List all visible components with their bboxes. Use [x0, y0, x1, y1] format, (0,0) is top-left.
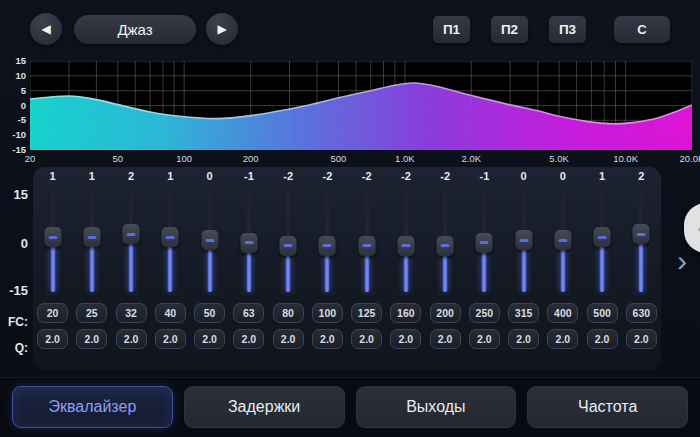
band-gain-slider[interactable]: [190, 185, 229, 295]
x-axis-tick-label: 10.0K: [613, 153, 638, 164]
fc-button[interactable]: 40: [155, 303, 186, 323]
x-axis-tick-label: 200: [243, 153, 259, 164]
band-gain-slider[interactable]: [151, 185, 190, 295]
gain-scale-min-label: -15: [2, 283, 28, 298]
slider-fill: [364, 255, 369, 292]
next-bands-button[interactable]: ›: [669, 244, 695, 278]
band-column-80: -2802.0: [269, 167, 308, 349]
preset-selector[interactable]: Джаз: [74, 15, 196, 44]
q-button[interactable]: 2.0: [194, 329, 225, 349]
tab-выходы[interactable]: Выходы: [356, 386, 517, 428]
right-arrow-icon: ▶: [217, 22, 226, 36]
fc-button[interactable]: 63: [233, 303, 264, 323]
band-gain-slider[interactable]: [347, 185, 386, 295]
tab-частота[interactable]: Частота: [527, 386, 688, 428]
band-gain-slider[interactable]: [229, 185, 268, 295]
q-button[interactable]: 2.0: [508, 329, 539, 349]
band-gain-value: -2: [362, 167, 372, 185]
slider-thumb[interactable]: [240, 233, 257, 253]
fc-button[interactable]: 250: [469, 303, 500, 323]
band-gain-value: 0: [560, 167, 566, 185]
band-gain-slider[interactable]: [583, 185, 622, 295]
fc-button[interactable]: 200: [430, 303, 461, 323]
fc-button[interactable]: 50: [194, 303, 225, 323]
q-button[interactable]: 2.0: [233, 329, 264, 349]
band-gain-value: -2: [283, 167, 293, 185]
fc-button[interactable]: 25: [76, 303, 107, 323]
slider-thumb-mark: [637, 233, 646, 236]
band-gain-value: 1: [599, 167, 605, 185]
slider-thumb[interactable]: [554, 230, 571, 250]
q-button[interactable]: 2.0: [626, 329, 657, 349]
tab-эквалайзер[interactable]: Эквалайзер: [12, 386, 173, 428]
slider-thumb[interactable]: [319, 236, 336, 256]
header: ◀ Джаз ▶ П1П2П3 C: [0, 0, 700, 56]
q-button[interactable]: 2.0: [273, 329, 304, 349]
fc-button[interactable]: 100: [312, 303, 343, 323]
band-gain-slider[interactable]: [543, 185, 582, 295]
band-gain-slider[interactable]: [386, 185, 425, 295]
band-gain-slider[interactable]: [33, 185, 72, 295]
slider-thumb[interactable]: [162, 227, 179, 247]
q-button[interactable]: 2.0: [155, 329, 186, 349]
band-column-32: 2322.0: [112, 167, 151, 349]
y-axis-tick-label: 15: [0, 55, 26, 66]
fc-button[interactable]: 80: [273, 303, 304, 323]
q-button[interactable]: 2.0: [469, 329, 500, 349]
fc-button[interactable]: 125: [351, 303, 382, 323]
slider-fill: [286, 255, 291, 292]
slider-thumb[interactable]: [437, 236, 454, 256]
slider-thumb[interactable]: [44, 227, 61, 247]
band-gain-slider[interactable]: [112, 185, 151, 295]
memory-preset-button-1[interactable]: П1: [433, 16, 470, 43]
band-gain-value: -1: [244, 167, 254, 185]
fc-button[interactable]: 630: [626, 303, 657, 323]
q-button[interactable]: 2.0: [37, 329, 68, 349]
q-button[interactable]: 2.0: [390, 329, 421, 349]
slider-thumb[interactable]: [83, 227, 100, 247]
memory-preset-button-3[interactable]: П3: [549, 16, 586, 43]
slider-thumb[interactable]: [280, 236, 297, 256]
fc-button[interactable]: 32: [116, 303, 147, 323]
y-axis-tick-label: -5: [0, 114, 26, 125]
q-button[interactable]: 2.0: [351, 329, 382, 349]
fc-button[interactable]: 20: [37, 303, 68, 323]
tab-задержки[interactable]: Задержки: [184, 386, 345, 428]
prev-preset-button[interactable]: ◀: [30, 13, 62, 45]
band-gain-slider[interactable]: [465, 185, 504, 295]
band-gain-slider[interactable]: [504, 185, 543, 295]
slider-thumb[interactable]: [594, 227, 611, 247]
y-axis-tick-label: -10: [0, 129, 26, 140]
slider-thumb-mark: [48, 236, 57, 239]
q-button[interactable]: 2.0: [76, 329, 107, 349]
x-axis-tick-label: 100: [176, 153, 192, 164]
preset-name: Джаз: [117, 21, 152, 38]
slider-thumb[interactable]: [515, 230, 532, 250]
band-gain-slider[interactable]: [308, 185, 347, 295]
slider-thumb[interactable]: [476, 233, 493, 253]
q-button[interactable]: 2.0: [547, 329, 578, 349]
slider-thumb[interactable]: [201, 230, 218, 250]
slider-thumb-mark: [558, 239, 567, 242]
q-button[interactable]: 2.0: [312, 329, 343, 349]
slider-thumb[interactable]: [358, 236, 375, 256]
band-gain-value: 2: [638, 167, 644, 185]
band-column-160: -21602.0: [386, 167, 425, 349]
slider-thumb[interactable]: [123, 224, 140, 244]
fc-button[interactable]: 315: [508, 303, 539, 323]
fc-button[interactable]: 160: [390, 303, 421, 323]
band-gain-slider[interactable]: [72, 185, 111, 295]
slider-thumb[interactable]: [633, 224, 650, 244]
next-preset-button[interactable]: ▶: [206, 13, 238, 45]
band-gain-slider[interactable]: [269, 185, 308, 295]
slider-thumb[interactable]: [397, 236, 414, 256]
fc-button[interactable]: 400: [547, 303, 578, 323]
band-gain-slider[interactable]: [622, 185, 661, 295]
q-button[interactable]: 2.0: [430, 329, 461, 349]
memory-preset-button-2[interactable]: П2: [491, 16, 528, 43]
reset-button[interactable]: C: [614, 16, 670, 43]
band-gain-slider[interactable]: [426, 185, 465, 295]
fc-button[interactable]: 500: [587, 303, 618, 323]
q-button[interactable]: 2.0: [116, 329, 147, 349]
q-button[interactable]: 2.0: [587, 329, 618, 349]
